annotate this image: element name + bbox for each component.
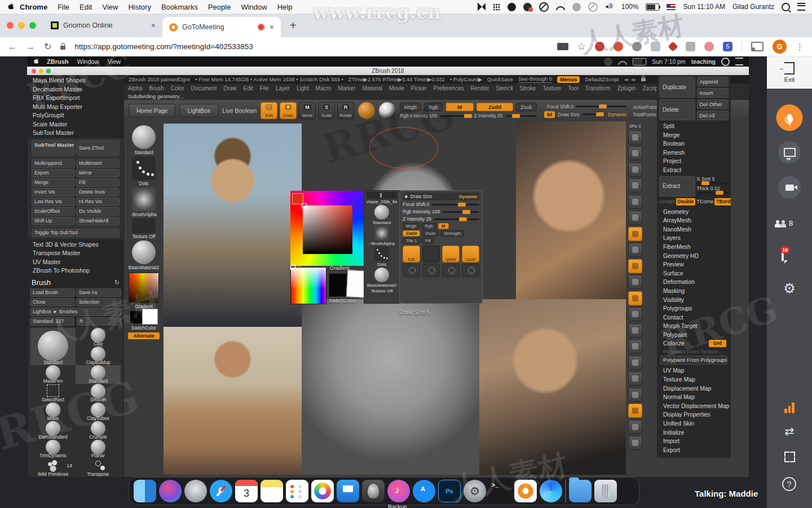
apple-icon[interactable] <box>33 58 38 65</box>
strip-thumbnail[interactable]: ~BrushAlpha <box>369 226 395 246</box>
gradient-label[interactable]: Gradient <box>330 265 350 271</box>
extension-adblock-icon[interactable] <box>595 42 604 51</box>
zbrush-menu-window[interactable]: Window <box>77 58 99 65</box>
help-button[interactable]: ? <box>782 477 796 491</box>
time-machine-icon[interactable] <box>572 3 581 11</box>
shelf-icon[interactable] <box>628 371 642 386</box>
zbrush-menu-item[interactable]: Render <box>471 85 489 91</box>
brush-item[interactable]: Transpose <box>76 458 121 477</box>
tool-button[interactable] <box>422 264 440 277</box>
menu-bar-clock[interactable]: Sun 11:10 AM <box>683 3 725 11</box>
screen-share-button[interactable] <box>778 141 801 164</box>
tray-thumbnail[interactable]: Texture Off <box>132 218 156 239</box>
extract-button[interactable]: Extract <box>659 176 695 196</box>
zbrush-menu-item[interactable]: Color <box>171 85 184 91</box>
switch-color-button[interactable]: SwitchColor <box>329 298 356 304</box>
close-window-button[interactable] <box>32 69 36 73</box>
subtool-button[interactable]: ScaleOffset <box>32 207 75 216</box>
tray-thumbnail[interactable]: BasicMaterial2 <box>129 240 159 270</box>
mode-button[interactable]: R Rotate <box>337 102 354 119</box>
r-button[interactable]: R <box>77 317 121 326</box>
paint-toggle[interactable]: Rgb <box>424 103 443 111</box>
tool-section-item[interactable]: Initialize <box>659 428 729 437</box>
tool-button[interactable] <box>462 264 479 277</box>
paint-toggle[interactable]: Zsub <box>516 103 537 111</box>
webcam-button[interactable] <box>778 176 801 199</box>
secondary-color-swatch[interactable] <box>142 309 158 325</box>
active-app-name[interactable]: Chrome <box>15 3 52 11</box>
subtool-button[interactable]: Fill <box>76 178 120 187</box>
notification-center-icon[interactable] <box>735 58 743 65</box>
dynamic-toggle[interactable]: Dynamic <box>459 194 478 199</box>
tool-section-item[interactable]: Vector Displacement Map <box>659 402 729 411</box>
tool-button[interactable]: Edit <box>403 246 420 262</box>
subtool-button[interactable]: Show/HideAll <box>76 217 120 225</box>
plugin-item[interactable]: Multi Map Exporter <box>27 103 124 112</box>
gotomeeting-icon[interactable] <box>514 480 537 502</box>
brush-item[interactable]: Move <box>30 402 76 421</box>
zbrush-menu-item[interactable]: Alpha <box>128 85 143 91</box>
plugin-item[interactable]: UV Master <box>27 258 124 267</box>
subtool-button[interactable]: Export <box>32 169 75 177</box>
subtool-button[interactable]: MultiInsert <box>76 159 120 168</box>
new-tab-button[interactable]: + <box>281 19 306 32</box>
shelf-icon[interactable] <box>628 339 642 353</box>
hue-selector[interactable] <box>292 193 303 204</box>
grd-toggle[interactable]: Grd <box>709 340 726 347</box>
plugin-item[interactable]: FBX ExportImport <box>27 94 124 103</box>
shelf-icon[interactable] <box>628 243 642 257</box>
macos-menu-item[interactable]: Window <box>236 3 272 11</box>
paint-toggle[interactable]: M <box>445 103 474 111</box>
texture-off-button[interactable]: Texture Off <box>371 288 393 294</box>
siri-icon[interactable] <box>159 480 182 502</box>
main-color-swatch[interactable] <box>130 310 143 324</box>
trash-icon[interactable] <box>594 480 617 502</box>
thick-slider[interactable]: Thick 0.02 <box>697 186 729 194</box>
shelf-icon[interactable] <box>628 130 642 144</box>
refresh-icon[interactable]: ↻ <box>114 279 120 286</box>
tool-section-item[interactable]: Import <box>659 437 729 446</box>
shelf-icon[interactable] <box>628 404 642 418</box>
tool-section-item[interactable]: Deformation <box>659 278 729 287</box>
plugin-item[interactable]: Transpose Master <box>27 249 124 258</box>
tool-button[interactable] <box>422 246 440 262</box>
thick-track[interactable] <box>697 192 729 194</box>
finder-icon[interactable] <box>134 480 156 502</box>
slider-track[interactable] <box>434 218 479 220</box>
macos-menu-item[interactable]: Edit <box>74 3 97 11</box>
brush-item[interactable]: Standard <box>76 365 121 384</box>
extension-shield-icon[interactable] <box>704 42 714 51</box>
extension-recycle-icon[interactable] <box>632 42 642 51</box>
double-toggle[interactable]: Double <box>676 198 696 205</box>
tool-section-item[interactable]: NanoMesh <box>659 225 729 234</box>
popup-slider[interactable]: Rgb Intensity 100 <box>403 209 479 214</box>
obs-icon[interactable] <box>508 3 516 11</box>
photos-icon[interactable] <box>311 480 334 502</box>
zbrush-menu-item[interactable]: Light <box>297 85 309 91</box>
tray-thumbnail[interactable]: Dots <box>132 156 156 186</box>
macos-menu-item[interactable]: Bookmarks <box>156 3 203 11</box>
zbrush-menu-item[interactable]: Material <box>363 85 383 91</box>
mode-button[interactable]: M Move <box>299 102 316 119</box>
del-all-button[interactable]: Del All <box>697 111 729 120</box>
zbrush-menu-item[interactable]: Tool <box>568 85 578 91</box>
rainbow-picker[interactable] <box>290 267 326 304</box>
shelf-icon[interactable] <box>628 178 642 192</box>
brush-action-button[interactable]: Clone <box>30 298 75 306</box>
plugin-item[interactable]: Maya Blend Shapes <box>27 76 124 85</box>
subtool-master-button[interactable]: SubTool Master <box>32 140 75 156</box>
profile-avatar[interactable]: G <box>773 40 787 54</box>
system-preferences-icon[interactable]: ⚙ <box>464 480 486 502</box>
extension-gray-icon[interactable] <box>686 42 695 51</box>
sculpt-toggle[interactable]: Strength <box>440 230 464 237</box>
shelf-icon[interactable] <box>628 259 642 273</box>
size-slider[interactable] <box>367 192 397 199</box>
subtool-op-item[interactable]: Remesh <box>659 148 729 157</box>
do-not-disturb-icon[interactable] <box>539 2 549 12</box>
zbrush-menu-item[interactable]: Draw <box>223 85 236 91</box>
popup-slider[interactable]: Z Intensity 25 <box>403 216 479 222</box>
subtool-button[interactable]: Du Visible <box>76 207 120 216</box>
chrome-menu-icon[interactable]: ⋮ <box>796 42 804 52</box>
append-button[interactable]: Append <box>697 77 729 86</box>
cast-icon[interactable] <box>751 42 764 51</box>
